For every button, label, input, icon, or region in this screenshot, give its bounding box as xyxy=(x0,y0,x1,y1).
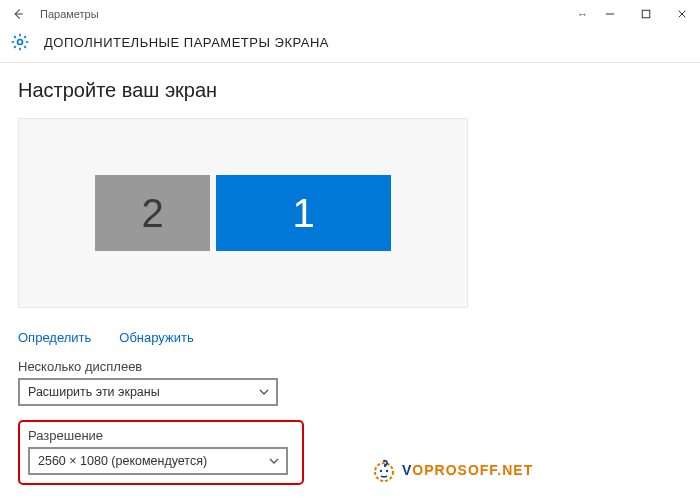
minimize-button[interactable] xyxy=(592,0,628,28)
window-controls: ↔ xyxy=(573,0,700,28)
title-bar: Параметры ↔ xyxy=(0,0,700,28)
gear-icon xyxy=(10,32,30,52)
monitor-1-label: 1 xyxy=(292,191,314,236)
resolution-value: 2560 × 1080 (рекомендуется) xyxy=(38,454,207,468)
minimize-icon xyxy=(605,9,615,19)
maximize-button[interactable] xyxy=(628,0,664,28)
question-face-icon xyxy=(372,458,396,482)
svg-point-1 xyxy=(18,40,23,45)
arrow-left-icon xyxy=(11,7,25,21)
monitor-2[interactable]: 2 xyxy=(95,175,210,251)
content-area: Настройте ваш экран 2 1 Определить Обнар… xyxy=(0,63,700,485)
detect-link[interactable]: Обнаружить xyxy=(119,330,193,345)
multiple-displays-dropdown[interactable]: Расширить эти экраны xyxy=(18,378,278,406)
svg-rect-0 xyxy=(642,10,650,18)
resolution-dropdown[interactable]: 2560 × 1080 (рекомендуется) xyxy=(28,447,288,475)
resolution-highlight: Разрешение 2560 × 1080 (рекомендуется) xyxy=(18,420,304,485)
page-header: ДОПОЛНИТЕЛЬНЫЕ ПАРАМЕТРЫ ЭКРАНА xyxy=(0,28,700,62)
svg-point-4 xyxy=(386,470,388,472)
svg-point-2 xyxy=(375,463,393,481)
maximize-icon xyxy=(641,9,651,19)
monitor-actions: Определить Обнаружить xyxy=(18,330,682,345)
chevron-down-icon xyxy=(258,386,270,398)
identify-link[interactable]: Определить xyxy=(18,330,91,345)
close-icon xyxy=(677,9,687,19)
multiple-displays-value: Расширить эти экраны xyxy=(28,385,160,399)
page-title: ДОПОЛНИТЕЛЬНЫЕ ПАРАМЕТРЫ ЭКРАНА xyxy=(44,35,329,50)
resize-horizontal-icon: ↔ xyxy=(573,8,592,20)
monitor-arrangement-panel[interactable]: 2 1 xyxy=(18,118,468,308)
resolution-label: Разрешение xyxy=(28,428,294,443)
section-title: Настройте ваш экран xyxy=(18,79,682,102)
watermark: VOPROSOFF.NET xyxy=(372,458,533,482)
chevron-down-icon xyxy=(268,455,280,467)
close-button[interactable] xyxy=(664,0,700,28)
svg-point-3 xyxy=(380,470,382,472)
monitor-1[interactable]: 1 xyxy=(216,175,391,251)
monitor-2-label: 2 xyxy=(141,191,163,236)
back-button[interactable] xyxy=(8,4,28,24)
watermark-text: VOPROSOFF.NET xyxy=(402,462,533,478)
monitor-arrangement: 2 1 xyxy=(95,175,391,251)
multiple-displays-label: Несколько дисплеев xyxy=(18,359,682,374)
window-title: Параметры xyxy=(40,8,99,20)
